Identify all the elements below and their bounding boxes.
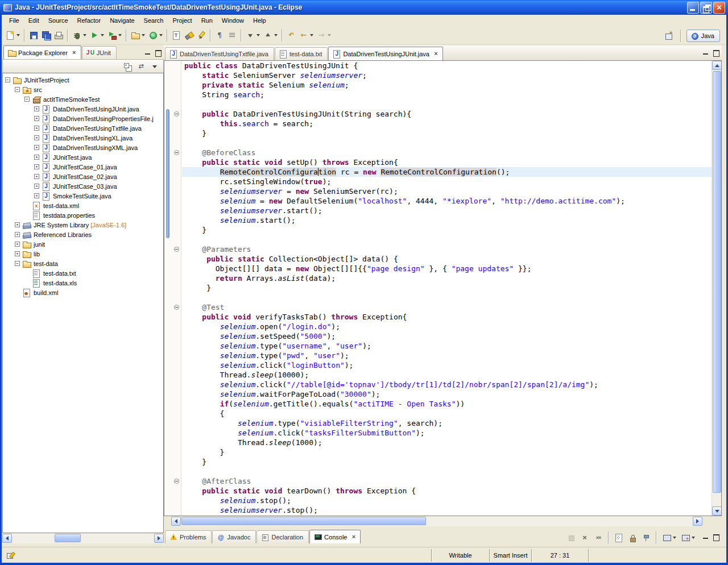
linkeditor-button[interactable] (135, 61, 147, 72)
remove-launch-button[interactable] (578, 532, 591, 543)
tree-item-junit[interactable]: +junit (3, 239, 163, 249)
code-line[interactable]: { (182, 409, 712, 418)
viewmenu-button[interactable] (148, 61, 161, 72)
code-line[interactable]: selenium.click("tasksFilterSubmitButton"… (182, 428, 712, 438)
menu-help[interactable]: Help (249, 15, 271, 26)
code-line[interactable]: public void verifyTasksTab() throws Exce… (182, 312, 712, 322)
collapse-icon[interactable]: − (15, 261, 20, 266)
minimize-view-icon[interactable] (701, 532, 710, 541)
code-line[interactable]: selenium.waitForPageToLoad("30000"); (182, 389, 712, 399)
code-line[interactable]: @Parameters (182, 244, 712, 254)
run-dropdown-arrow[interactable] (101, 34, 104, 36)
open-type-button[interactable] (170, 30, 183, 41)
fold-collapse-icon[interactable] (174, 247, 179, 252)
back-button[interactable] (297, 30, 315, 41)
view-tab-javadoc[interactable]: Javadoc (212, 530, 256, 543)
tree-item-smoketestsuite-java[interactable]: +SmokeTestSuite.java (3, 191, 163, 201)
fold-collapse-icon[interactable] (174, 111, 179, 117)
code-line[interactable]: selenium.open("/login.do"); (182, 322, 712, 331)
code-line[interactable]: selenium.type("username", "user"); (182, 341, 712, 351)
tree-item-datadriventestusingtxtfile-java[interactable]: +DataDrivenTestUsingTxtfile.java (3, 123, 163, 133)
tree-item-junittestcase-02-java[interactable]: +JUnitTestCase_02.java (3, 172, 163, 181)
mark-occurrences-button[interactable] (195, 30, 208, 41)
new-class-button[interactable] (147, 30, 164, 41)
forward-dropdown-arrow[interactable] (328, 34, 331, 36)
tree-item-datadriventestusingjunit-java[interactable]: +DataDrivenTestUsingJUnit.java (3, 104, 163, 114)
code-line[interactable]: } (182, 225, 712, 235)
tree-item-junittestcase-03-java[interactable]: +JUnitTestCase_03.java (3, 181, 163, 191)
expand-icon[interactable]: + (34, 135, 39, 140)
view-tab-problems[interactable]: Problems (165, 530, 212, 543)
menu-source[interactable]: Source (44, 15, 73, 26)
scroll-down-icon[interactable] (712, 506, 722, 516)
show-selected-element-button[interactable] (226, 30, 238, 41)
code-line[interactable]: } (182, 447, 712, 457)
code-line[interactable]: Thread.sleep(1000); (182, 438, 712, 447)
code-line[interactable]: seleniumserver = new SeleniumServer(rc); (182, 186, 712, 196)
code-line[interactable]: public static void setUp() throws Except… (182, 157, 712, 167)
minimize-editor-icon[interactable] (701, 48, 710, 57)
code-line[interactable]: public DataDrivenTestUsingJUnit(String s… (182, 109, 712, 119)
java-perspective-button[interactable]: Java (686, 30, 720, 42)
debug-button[interactable] (71, 30, 88, 41)
code-line[interactable]: public static Collection<Object[]> data(… (182, 254, 712, 264)
menu-file[interactable]: File (5, 15, 24, 26)
code-line[interactable]: selenium.stop(); (182, 496, 712, 505)
scroll-left-icon[interactable] (2, 534, 12, 543)
display-selected-console-dropdown-arrow[interactable] (673, 537, 676, 539)
code-line[interactable] (182, 293, 712, 302)
expand-icon[interactable]: + (34, 193, 39, 198)
tree-item-actittimesmoketest[interactable]: −actItTimeSmokeTest (3, 94, 163, 104)
hscroll-thumb[interactable] (181, 517, 426, 525)
tree-item-test-data[interactable]: −test-data (3, 259, 163, 268)
remove-all-launches-button[interactable] (592, 532, 605, 543)
scroll-right-icon[interactable] (154, 534, 164, 543)
view-tab-junit[interactable]: JUnit (82, 46, 117, 59)
code-line[interactable]: @Test (182, 302, 712, 312)
editor-vscrollbar[interactable] (712, 61, 721, 516)
new-java-project-dropdown-arrow[interactable] (142, 34, 145, 36)
expand-icon[interactable]: + (34, 145, 39, 150)
fast-view-icon[interactable] (6, 551, 15, 560)
code-line[interactable]: String search; (182, 90, 712, 99)
save-button[interactable] (27, 30, 40, 41)
close-button[interactable] (713, 2, 725, 14)
menu-window[interactable]: Window (217, 15, 249, 26)
new-class-dropdown-arrow[interactable] (159, 34, 163, 36)
display-selected-console-button[interactable] (660, 532, 678, 543)
code-line[interactable]: public class DataDrivenTestUsingJUnit { (182, 61, 712, 70)
maximize-view-icon[interactable] (153, 48, 162, 57)
tree-item-jre-system-library[interactable]: +JRE System Library[JavaSE-1.6] (3, 220, 163, 230)
code-line[interactable]: private static Selenium selenium; (182, 80, 712, 90)
collapseall-button[interactable] (121, 61, 134, 72)
tree-item-datadriventestusingpropertiesfile-j[interactable]: +DataDrivenTestUsingPropertiesFile.j (3, 114, 163, 123)
show-whitespace-button[interactable] (213, 30, 226, 41)
tree-item-lib[interactable]: +lib (3, 249, 163, 259)
code-line[interactable]: @AfterClass (182, 476, 712, 486)
menu-search[interactable]: Search (139, 15, 168, 26)
editor-tab-test-data-txt[interactable]: test-data.txt (275, 47, 328, 60)
code-line[interactable]: @BeforeClass (182, 148, 712, 157)
fold-collapse-icon[interactable] (174, 479, 179, 484)
view-tab-console[interactable]: Console (309, 530, 361, 543)
expand-icon[interactable]: + (15, 232, 20, 237)
collapse-icon[interactable]: − (15, 87, 20, 92)
code-line[interactable]: selenium.click("//table[@id='topnav']/tb… (182, 380, 712, 389)
code-line[interactable]: selenium.start(); (182, 215, 712, 225)
code-line[interactable]: seleniumserver.start(); (182, 206, 712, 215)
code-line[interactable]: selenium.type("pwd", "user"); (182, 351, 712, 360)
code-line[interactable] (182, 138, 712, 148)
fold-collapse-icon[interactable] (174, 150, 179, 155)
open-console-button[interactable] (679, 532, 697, 543)
expand-icon[interactable]: + (34, 155, 39, 160)
hscroll-thumb[interactable] (55, 534, 81, 542)
code-line[interactable]: Thread.sleep(10000); (182, 370, 712, 380)
tree-item-referenced-libraries[interactable]: +Referenced Libraries (3, 230, 163, 239)
expand-icon[interactable]: + (34, 184, 39, 189)
expand-icon[interactable]: + (34, 164, 39, 169)
fold-collapse-icon[interactable] (174, 305, 179, 310)
code-line[interactable]: return Arrays.asList(data); (182, 273, 712, 283)
code-line[interactable]: selenium = new DefaultSelenium("localhos… (182, 196, 712, 206)
code-line[interactable]: this.search = search; (182, 119, 712, 128)
expand-icon[interactable]: + (15, 222, 20, 227)
